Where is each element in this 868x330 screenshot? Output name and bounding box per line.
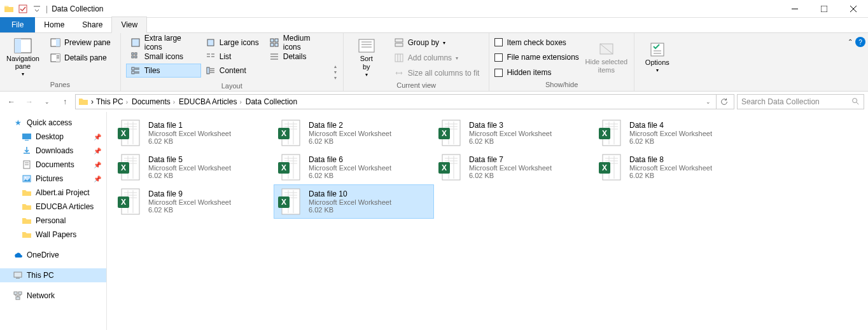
sidebar-pictures[interactable]: Pictures📌	[0, 172, 106, 186]
sidebar-this-pc[interactable]: This PC	[0, 268, 106, 282]
item-checkboxes-checkbox[interactable]: Item check boxes	[494, 36, 578, 49]
add-columns-button[interactable]: Add columns ▾	[389, 51, 484, 65]
chevron-right-icon[interactable]: ›	[173, 99, 175, 106]
size-columns-button[interactable]: Size all columns to fit	[389, 66, 484, 80]
content-icon	[206, 65, 216, 76]
address-dropdown-icon[interactable]: ⌄	[706, 99, 711, 105]
excel-file-icon: X	[277, 188, 302, 216]
layout-scroll-up-icon[interactable]: ▴	[334, 64, 337, 69]
tab-view[interactable]: View	[111, 17, 147, 33]
sidebar-onedrive[interactable]: OneDrive	[0, 248, 106, 262]
chevron-right-icon[interactable]: ›	[91, 97, 94, 106]
recent-dropdown[interactable]: ⌄	[39, 94, 55, 109]
tab-share[interactable]: Share	[73, 17, 111, 32]
file-tile[interactable]: X Data file 9 Microsoft Excel Worksheet …	[113, 184, 274, 219]
options-label: Options	[645, 58, 669, 66]
ribbon-group-layout: Extra large icons Large icons Medium ico…	[121, 33, 344, 91]
layout-extra-large-button[interactable]: Extra large icons	[126, 36, 201, 50]
svg-rect-14	[207, 39, 214, 46]
breadcrumb-segment[interactable]: EDUCBA Articles›	[179, 97, 243, 106]
sidebar-network[interactable]: Network	[0, 289, 106, 303]
svg-point-54	[853, 98, 857, 102]
file-name: Data file 4	[629, 121, 712, 130]
qat-dropdown-icon[interactable]	[32, 4, 42, 14]
file-type: Microsoft Excel Worksheet	[629, 164, 712, 172]
tab-file[interactable]: File	[0, 17, 35, 32]
sidebar-folder-personal[interactable]: Personal	[0, 214, 106, 228]
breadcrumb-segment[interactable]: This PC›	[96, 97, 129, 106]
qat-properties-icon[interactable]	[18, 4, 28, 14]
svg-rect-45	[395, 43, 403, 46]
file-tile[interactable]: X Data file 4 Microsoft Excel Worksheet …	[594, 116, 755, 150]
sidebar-folder-albert[interactable]: Albert.ai Project	[0, 186, 106, 200]
svg-rect-0	[19, 5, 27, 13]
ribbon-collapse-icon[interactable]: ⌃	[848, 38, 853, 45]
file-type: Microsoft Excel Worksheet	[148, 130, 231, 137]
svg-text:X: X	[281, 163, 286, 172]
layout-small-button[interactable]: Small icons	[126, 50, 201, 64]
chevron-right-icon[interactable]: ›	[239, 99, 241, 106]
breadcrumb-segment[interactable]: Documents›	[132, 97, 176, 106]
close-button[interactable]	[839, 0, 868, 18]
up-button[interactable]: ↑	[57, 94, 73, 109]
sidebar-documents[interactable]: Documents📌	[0, 158, 106, 172]
file-tile[interactable]: X Data file 1 Microsoft Excel Worksheet …	[113, 116, 274, 150]
network-icon	[13, 291, 23, 301]
search-input[interactable]: Search Data Collection	[737, 94, 864, 109]
address-bar: ← → ⌄ ↑ › This PC› Documents› EDUCBA Art…	[0, 92, 868, 112]
layout-medium-button[interactable]: Medium icons	[265, 36, 335, 50]
file-grid[interactable]: X Data file 1 Microsoft Excel Worksheet …	[107, 112, 868, 330]
add-columns-label: Add columns	[408, 53, 452, 62]
breadcrumb-box[interactable]: › This PC› Documents› EDUCBA Articles› D…	[75, 94, 734, 109]
sidebar-item-label: Wall Papers	[36, 230, 76, 239]
extra-large-icons-icon	[130, 38, 141, 48]
sidebar-item-label: Pictures	[36, 174, 63, 183]
help-icon[interactable]: ?	[855, 37, 865, 47]
maximize-button[interactable]	[809, 0, 839, 18]
layout-list-button[interactable]: List	[201, 50, 265, 64]
layout-scroll-down-icon[interactable]: ▾	[334, 69, 337, 75]
breadcrumb-label: Documents	[132, 97, 171, 106]
file-tile[interactable]: X Data file 5 Microsoft Excel Worksheet …	[113, 150, 274, 184]
layout-tiles-button[interactable]: Tiles	[126, 64, 201, 78]
size-columns-label: Size all columns to fit	[408, 69, 480, 78]
file-type: Microsoft Excel Worksheet	[309, 198, 391, 206]
file-name: Data file 1	[148, 121, 231, 130]
sidebar-desktop[interactable]: Desktop📌	[0, 130, 106, 144]
forward-button[interactable]: →	[22, 94, 37, 109]
preview-pane-button[interactable]: Preview pane	[46, 36, 115, 50]
breadcrumb-segment[interactable]: Data Collection	[246, 97, 297, 106]
sidebar-quick-access[interactable]: ★Quick access	[0, 116, 106, 130]
ribbon-group-layout-label: Layout	[126, 81, 338, 91]
file-tile[interactable]: X Data file 10 Microsoft Excel Worksheet…	[274, 184, 434, 219]
sidebar-downloads[interactable]: Downloads📌	[0, 144, 106, 158]
excel-file-icon: X	[598, 153, 623, 181]
sort-by-button[interactable]: Sort by ▾	[349, 36, 384, 80]
options-button[interactable]: Options ▾	[640, 36, 675, 79]
layout-details-button[interactable]: Details	[265, 50, 335, 64]
file-tile[interactable]: X Data file 2 Microsoft Excel Worksheet …	[274, 116, 434, 150]
file-tile[interactable]: X Data file 7 Microsoft Excel Worksheet …	[434, 150, 594, 184]
sidebar-folder-wallpapers[interactable]: Wall Papers	[0, 228, 106, 242]
layout-expand-icon[interactable]: ▾	[334, 75, 337, 81]
group-by-button[interactable]: Group by ▾	[389, 36, 484, 50]
chevron-right-icon[interactable]: ›	[126, 99, 128, 106]
refresh-button[interactable]	[716, 94, 731, 109]
layout-large-button[interactable]: Large icons	[201, 36, 265, 50]
details-pane-button[interactable]: Details pane	[46, 51, 115, 65]
tab-home[interactable]: Home	[35, 17, 73, 32]
excel-file-icon: X	[116, 188, 142, 216]
back-button[interactable]: ←	[4, 94, 19, 109]
sidebar-folder-educba[interactable]: EDUCBA Articles	[0, 200, 106, 214]
hide-selected-button[interactable]: Hide selected items	[584, 36, 629, 79]
minimize-button[interactable]	[780, 0, 809, 18]
large-icons-icon	[206, 38, 216, 48]
file-tile[interactable]: X Data file 6 Microsoft Excel Worksheet …	[274, 150, 434, 184]
hidden-items-checkbox[interactable]: Hidden items	[494, 66, 578, 79]
navigation-pane-button[interactable]: Navigation pane ▾	[5, 36, 41, 79]
sidebar-item-label: Documents	[36, 160, 74, 169]
layout-content-button[interactable]: Content	[201, 64, 265, 78]
file-tile[interactable]: X Data file 8 Microsoft Excel Worksheet …	[594, 150, 755, 184]
file-tile[interactable]: X Data file 3 Microsoft Excel Worksheet …	[434, 116, 594, 150]
file-extensions-checkbox[interactable]: File name extensions	[494, 51, 578, 64]
